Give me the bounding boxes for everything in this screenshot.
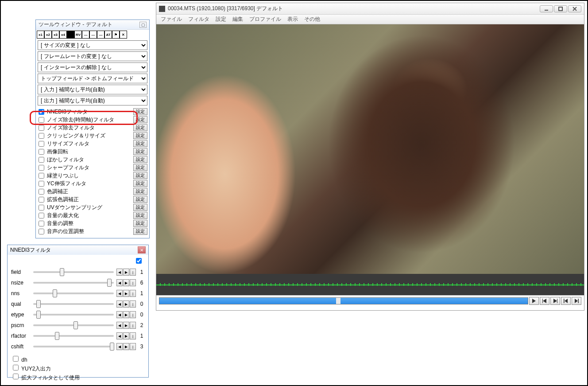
close-button[interactable]	[568, 5, 581, 12]
slider-dec-button[interactable]: ◀	[116, 279, 123, 286]
menu-settings[interactable]: 設定	[216, 16, 226, 23]
filter-checkbox[interactable]	[39, 181, 44, 187]
slider-thumb[interactable]	[36, 311, 41, 319]
filter-settings-button[interactable]: 設定	[133, 180, 147, 187]
slider-inc-button[interactable]: ▶	[123, 322, 129, 329]
menu-other[interactable]: その他	[304, 16, 320, 23]
tool-select-2[interactable]: [ インターレースの解除 ] なし	[38, 62, 147, 72]
slider-reset-button[interactable]: |	[130, 279, 136, 286]
tool-select-3[interactable]: トップフィールド -> ボトムフィールド	[38, 74, 147, 83]
slider-track[interactable]	[33, 346, 114, 347]
filter-checkbox[interactable]	[39, 221, 44, 226]
filter-settings-button[interactable]: 設定	[133, 148, 147, 155]
slider-reset-button[interactable]: |	[130, 343, 136, 350]
step-back-button[interactable]	[540, 297, 549, 305]
toolbar-x-button[interactable]: ✕	[120, 31, 127, 39]
filter-settings-button[interactable]: 設定	[133, 140, 147, 147]
slider-reset-button[interactable]: |	[130, 269, 136, 276]
slider-track[interactable]	[33, 335, 114, 337]
filter-checkbox[interactable]	[39, 205, 44, 211]
slider-thumb[interactable]	[110, 343, 114, 351]
slider-dec-button[interactable]: ◀	[116, 300, 123, 308]
nnedi3-enable-checkbox[interactable]	[136, 258, 142, 264]
nnedi3-titlebar[interactable]: NNEDI3フィルタ ✕	[8, 245, 148, 255]
filter-settings-button[interactable]: 設定	[133, 108, 147, 115]
nnedi3-close-button[interactable]: ✕	[138, 246, 146, 253]
slider-inc-button[interactable]: ▶	[123, 279, 129, 286]
filter-checkbox[interactable]	[39, 229, 44, 234]
filter-settings-button[interactable]: 設定	[133, 228, 147, 235]
slider-inc-button[interactable]: ▶	[123, 332, 129, 339]
slider-reset-button[interactable]: |	[130, 311, 136, 318]
tool-titlebar[interactable]: ツールウィンドウ - デフォルト ▢	[36, 20, 149, 30]
filter-settings-button[interactable]: 設定	[133, 132, 147, 139]
filter-checkbox[interactable]	[39, 157, 44, 163]
go-end-button[interactable]	[572, 297, 581, 305]
go-start-button[interactable]	[561, 297, 571, 305]
toolbar-bar1-button[interactable]: —	[82, 31, 89, 39]
filter-checkbox[interactable]	[39, 173, 44, 179]
slider-track[interactable]	[33, 292, 114, 294]
filter-checkbox[interactable]	[39, 213, 44, 218]
filter-checkbox[interactable]	[39, 197, 44, 203]
toolbar-flag-button[interactable]: ⚑	[112, 31, 120, 39]
filter-settings-button[interactable]: 設定	[133, 164, 147, 171]
toolbar-black-button[interactable]	[67, 31, 74, 39]
slider-dec-button[interactable]: ◀	[116, 332, 123, 339]
slider-thumb[interactable]	[55, 332, 59, 340]
zoom-x1-button[interactable]: x1	[37, 31, 44, 39]
maximize-button[interactable]	[554, 5, 567, 12]
toolbar-bar2-button[interactable]: —	[89, 31, 97, 39]
menu-profile[interactable]: プロファイル	[249, 16, 281, 23]
main-titlebar[interactable]: 00034.MTS (1920,1080) [3317/6930] デフォルト	[156, 3, 584, 15]
nnedi-checkbox[interactable]	[13, 374, 19, 379]
slider-track[interactable]	[33, 303, 114, 305]
zoom-x3-button[interactable]: x3	[52, 31, 59, 39]
nnedi-checkbox[interactable]	[13, 365, 19, 370]
tool-select-5[interactable]: [ 出力 ] 補間なし平均(自動)	[38, 96, 147, 105]
slider-inc-button[interactable]: ▶	[123, 269, 129, 276]
tool-select-1[interactable]: [ フレームレートの変更 ] なし	[38, 51, 147, 61]
slider-inc-button[interactable]: ▶	[123, 290, 129, 297]
slider-track[interactable]	[33, 271, 114, 273]
slider-dec-button[interactable]: ◀	[116, 269, 123, 276]
filter-settings-button[interactable]: 設定	[133, 212, 147, 219]
slider-reset-button[interactable]: |	[130, 322, 136, 329]
slider-reset-button[interactable]: |	[130, 300, 136, 308]
filter-checkbox[interactable]	[39, 141, 44, 147]
play-button[interactable]	[529, 297, 539, 305]
slider-inc-button[interactable]: ▶	[123, 300, 129, 308]
zoom-x2-button[interactable]: x2	[44, 31, 52, 39]
menu-edit[interactable]: 編集	[232, 16, 243, 23]
slider-thumb[interactable]	[53, 289, 57, 297]
zoom-x4-button[interactable]: x4	[59, 31, 67, 39]
filter-settings-button[interactable]: 設定	[133, 116, 147, 123]
slider-dec-button[interactable]: ◀	[116, 311, 123, 318]
filter-settings-button[interactable]: 設定	[133, 196, 147, 203]
filter-checkbox[interactable]	[39, 133, 44, 139]
filter-checkbox[interactable]	[39, 189, 44, 195]
slider-dec-button[interactable]: ◀	[116, 290, 123, 297]
slider-thumb[interactable]	[107, 279, 112, 287]
filter-settings-button[interactable]: 設定	[133, 156, 147, 163]
slider-track[interactable]	[33, 324, 114, 326]
tool-select-0[interactable]: [ サイズの変更 ] なし	[38, 40, 147, 50]
slider-track[interactable]	[33, 282, 114, 284]
slider-thumb[interactable]	[60, 268, 64, 276]
tool-select-4[interactable]: [ 入力 ] 補間なし平均(自動)	[38, 85, 147, 94]
filter-settings-button[interactable]: 設定	[133, 188, 147, 195]
menu-file[interactable]: ファイル	[161, 16, 182, 23]
menu-view[interactable]: 表示	[287, 16, 298, 23]
filter-checkbox[interactable]	[39, 117, 44, 123]
slider-inc-button[interactable]: ▶	[123, 311, 129, 318]
minimize-button[interactable]	[540, 5, 553, 12]
slider-thumb[interactable]	[74, 321, 78, 329]
toolbar-at-button[interactable]: AT	[104, 31, 112, 39]
slider-reset-button[interactable]: |	[130, 290, 136, 297]
filter-settings-button[interactable]: 設定	[133, 204, 147, 211]
timeline-scrubber[interactable]	[159, 297, 528, 304]
filter-checkbox[interactable]	[39, 109, 44, 115]
slider-reset-button[interactable]: |	[130, 332, 136, 339]
tool-close-button[interactable]: ▢	[139, 22, 147, 28]
toolbar-bar3-button[interactable]: —	[97, 31, 104, 39]
